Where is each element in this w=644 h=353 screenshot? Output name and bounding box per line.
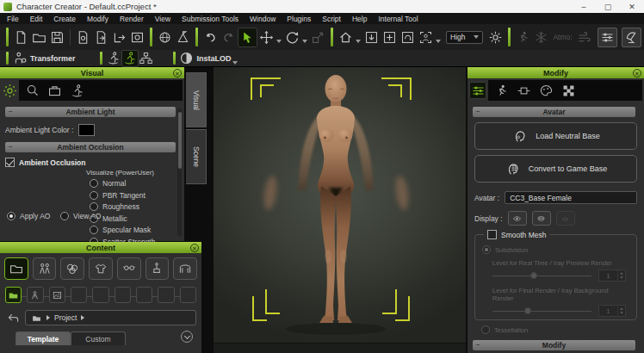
menu-plugins[interactable]: Plugins (287, 15, 311, 23)
menu-view[interactable]: View (155, 15, 170, 23)
hierarchy-icon[interactable] (139, 51, 154, 66)
menu-modify[interactable]: Modify (87, 15, 108, 23)
visual-shadow-tab-icon[interactable] (46, 83, 62, 98)
visualize-radio-pbr-tangent[interactable] (90, 191, 98, 200)
menu-edit[interactable]: Edit (30, 15, 43, 23)
level-final-spinbox[interactable]: 1 (598, 305, 626, 317)
render-style-icon[interactable] (622, 28, 641, 47)
rotate-tool-icon[interactable] (283, 28, 301, 46)
visualize-radio-specular-mask[interactable] (90, 226, 98, 234)
category-accessory-icon[interactable] (117, 257, 141, 280)
ambient-occlusion-section-header[interactable]: − Ambient Occlusion (5, 142, 176, 152)
spinner-arrows-icon[interactable] (617, 306, 625, 316)
menu-render[interactable]: Render (120, 15, 144, 23)
instalod-logo-icon[interactable] (179, 51, 195, 66)
level-realtime-slider[interactable] (492, 271, 591, 280)
character-model[interactable] (214, 67, 466, 353)
modify-panel-close-icon[interactable]: ✕ (633, 69, 641, 77)
visual-camera-tab-icon[interactable] (24, 83, 40, 98)
preferences-sliders-icon[interactable] (598, 28, 617, 47)
menu-internal-tool[interactable]: Internal Tool (378, 15, 418, 23)
spinner-arrows-icon[interactable] (617, 270, 625, 281)
ambient-light-section-header[interactable]: − Ambient Light (5, 107, 176, 117)
new-project-icon[interactable] (12, 28, 30, 46)
instalod-label[interactable]: InstaLOD (197, 54, 232, 63)
move-tool-dropdown[interactable] (276, 40, 282, 43)
minimize-button[interactable]: – (572, 0, 596, 13)
load-neutral-base-button[interactable]: Load Neutral Base (474, 122, 637, 150)
level-realtime-spinbox[interactable]: 1 (598, 269, 626, 282)
category-all-folder-icon[interactable] (4, 257, 28, 280)
tessellation-radio[interactable] (481, 325, 490, 334)
expand-chevron-icon[interactable] (181, 331, 193, 343)
select-tool-icon[interactable] (238, 28, 257, 47)
modify-morph-tab-icon[interactable] (516, 83, 531, 98)
category-pose-icon[interactable] (146, 257, 170, 280)
export-model-icon[interactable] (174, 28, 192, 46)
display-eye-button[interactable] (508, 211, 527, 226)
open-project-icon[interactable] (30, 28, 48, 46)
maximize-button[interactable]: ▢ (596, 0, 620, 13)
scale-tool-icon[interactable] (309, 28, 327, 46)
menu-create[interactable]: Create (53, 15, 76, 23)
subdivision-radio[interactable] (482, 245, 491, 254)
apply-ao-radio[interactable] (7, 212, 15, 220)
subcategory-avatar-icon[interactable] (27, 287, 43, 303)
menu-window[interactable]: Window (250, 15, 276, 23)
camera-frame-icon[interactable] (417, 28, 435, 46)
wind-icon[interactable] (575, 28, 593, 46)
breadcrumb[interactable]: Project (25, 310, 196, 325)
visual-scrollbar[interactable] (177, 108, 182, 236)
pose-a-icon[interactable] (106, 51, 121, 66)
level-final-slider[interactable] (492, 307, 591, 315)
import-icon[interactable] (74, 28, 92, 46)
modify-section-header[interactable]: − Modify (473, 340, 635, 350)
content-panel-close-icon[interactable]: ✕ (190, 244, 199, 252)
transformer-label[interactable]: Transformer (30, 54, 76, 63)
camera-frame-dropdown[interactable] (436, 40, 441, 43)
modify-appearance-tab-icon[interactable] (538, 83, 554, 98)
smooth-mesh-checkbox[interactable] (487, 230, 497, 239)
motion-blur-icon[interactable] (514, 28, 532, 46)
ambient-occlusion-checkbox[interactable] (5, 158, 15, 167)
instalod-dropdown[interactable] (232, 61, 238, 65)
visualize-radio-roughness[interactable] (90, 202, 98, 211)
modify-panel-header[interactable]: Modify ✕ (468, 67, 644, 78)
menu-file[interactable]: File (7, 15, 19, 23)
category-actor-icon[interactable] (33, 257, 57, 280)
modify-motion-tab-icon[interactable] (493, 83, 509, 98)
reset-view-icon[interactable] (399, 28, 417, 46)
sync-online-icon[interactable] (156, 28, 174, 46)
modify-texture-tab-icon[interactable] (560, 83, 576, 98)
fit-view-icon[interactable] (362, 28, 381, 46)
export-icon[interactable] (110, 28, 128, 46)
menu-help[interactable]: Help (352, 15, 367, 23)
breadcrumb-project[interactable]: Project (54, 313, 77, 322)
tab-custom[interactable]: Custom (71, 331, 126, 345)
save-project-icon[interactable] (48, 28, 66, 46)
viewport-3d[interactable] (214, 67, 466, 353)
subcategory-folder-icon[interactable] (5, 287, 22, 303)
tab-template[interactable]: Template (15, 331, 71, 345)
redo-icon[interactable] (220, 28, 238, 46)
move-tool-icon[interactable] (257, 28, 276, 46)
render-quality-select[interactable]: High (446, 31, 483, 44)
menu-submission-tools[interactable]: Submission Tools (182, 15, 238, 23)
pose-b-icon[interactable] (121, 50, 139, 67)
avatar-section-header[interactable]: − Avatar (473, 107, 635, 117)
dock-tab-visual[interactable]: Visual (186, 72, 207, 127)
visual-panel-header[interactable]: Visual ✕ (0, 67, 184, 78)
export-document-icon[interactable] (92, 28, 110, 46)
center-view-icon[interactable] (381, 28, 399, 46)
avatar-name-field[interactable]: CC3_Base Female (505, 191, 637, 204)
undo-icon[interactable] (201, 28, 220, 46)
modify-attribute-tab-icon[interactable] (469, 82, 486, 99)
display-teeth-button[interactable] (532, 211, 551, 226)
content-panel-header[interactable]: Content ✕ (0, 242, 201, 253)
visualize-radio-normal[interactable] (90, 179, 98, 188)
dock-tab-scene[interactable]: Scene (186, 129, 207, 184)
ambient-light-color-swatch[interactable] (78, 124, 95, 136)
breadcrumb-back-icon[interactable] (5, 310, 21, 325)
visual-pose-tab-icon[interactable] (69, 83, 84, 98)
close-button[interactable]: ✕ (620, 0, 644, 13)
